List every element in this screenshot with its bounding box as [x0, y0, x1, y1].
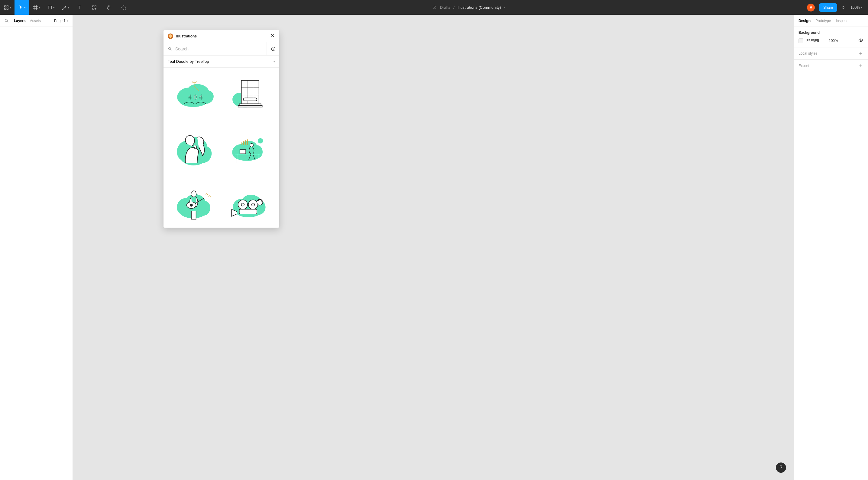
svg-rect-7 — [92, 8, 94, 9]
frame-tool-button[interactable]: ▾ — [29, 0, 43, 15]
illustration-thumb-404-error[interactable]: 4 0 4 — [171, 74, 218, 116]
layers-tab[interactable]: Layers — [14, 19, 26, 23]
svg-rect-4 — [48, 6, 51, 9]
search-icon[interactable] — [4, 19, 9, 23]
help-button[interactable]: ? — [776, 462, 786, 473]
svg-rect-5 — [92, 6, 94, 7]
chevron-down-icon: ▾ — [10, 6, 11, 9]
chevron-down-icon: ▾ — [53, 6, 55, 9]
plugin-title: Illustrations — [176, 34, 197, 38]
plugin-logo-icon — [168, 34, 173, 39]
plus-icon[interactable] — [858, 63, 863, 68]
background-color-hex[interactable]: F5F5F5 — [806, 39, 819, 43]
illustration-thumb-guitar-player[interactable] — [171, 183, 218, 226]
illustration-thumb-couple-kiss[interactable] — [171, 128, 218, 171]
illustration-grid: 4 0 4 — [163, 68, 279, 228]
illustration-thumb-film-projector[interactable] — [225, 183, 272, 226]
pen-tool-button[interactable]: ▾ — [58, 0, 72, 15]
search-icon — [168, 46, 172, 51]
svg-rect-20 — [240, 150, 245, 154]
local-styles-section[interactable]: Local styles — [799, 51, 817, 56]
visibility-toggle[interactable] — [858, 38, 863, 43]
filename[interactable]: Illustrations (Community) — [458, 5, 501, 10]
chevron-down-icon: ▾ — [68, 6, 69, 9]
svg-point-27 — [241, 203, 244, 206]
assets-tab[interactable]: Assets — [30, 19, 41, 23]
chevron-down-icon: ▾ — [39, 6, 40, 9]
close-icon — [270, 33, 275, 38]
svg-point-8 — [434, 6, 435, 7]
svg-rect-2 — [4, 8, 6, 9]
chevron-down-icon: ▾ — [861, 6, 863, 9]
svg-rect-6 — [95, 6, 96, 7]
background-section-title: Background — [799, 31, 863, 35]
chevron-down-icon: ▾ — [67, 19, 68, 22]
left-panel: Layers Assets Page 1 ▾ — [0, 15, 73, 480]
background-color-swatch[interactable] — [799, 38, 803, 43]
svg-point-21 — [250, 144, 253, 147]
plugin-panel: Illustrations Teal Doodle by TreeTop ▾ — [163, 30, 279, 228]
svg-rect-30 — [239, 209, 256, 214]
background-opacity[interactable]: 100% — [829, 39, 838, 43]
shape-tool-button[interactable]: ▾ — [43, 0, 58, 15]
svg-point-24 — [190, 204, 192, 206]
search-input[interactable] — [175, 46, 262, 51]
resources-tool-button[interactable] — [87, 0, 101, 15]
text-tool-button[interactable] — [72, 0, 87, 15]
export-section[interactable]: Export — [799, 64, 809, 68]
svg-rect-0 — [4, 6, 6, 7]
chevron-down-icon[interactable]: ▾ — [504, 6, 506, 9]
design-tab[interactable]: Design — [799, 19, 811, 23]
svg-point-9 — [5, 19, 7, 22]
category-dropdown[interactable]: Teal Doodle by TreeTop ▾ — [163, 56, 279, 68]
svg-rect-17 — [238, 106, 262, 107]
svg-point-19 — [257, 138, 262, 143]
main-menu-button[interactable]: ▾ — [0, 0, 14, 15]
svg-point-29 — [251, 203, 254, 206]
chevron-down-icon: ▾ — [274, 60, 275, 63]
illustration-thumb-working-at-desk[interactable] — [225, 128, 272, 171]
prototype-tab[interactable]: Prototype — [815, 19, 831, 23]
inspect-tab[interactable]: Inspect — [836, 19, 847, 23]
move-tool-button[interactable]: ▾ — [14, 0, 29, 15]
eye-icon — [858, 38, 863, 42]
chevron-down-icon: ▾ — [24, 6, 26, 9]
file-title-area: Drafts / Illustrations (Community) ▾ — [130, 5, 807, 10]
svg-point-12 — [273, 48, 273, 48]
close-button[interactable] — [270, 33, 275, 39]
comment-tool-button[interactable] — [116, 0, 130, 15]
user-icon — [432, 5, 437, 10]
plus-icon[interactable] — [858, 51, 863, 56]
svg-rect-18 — [243, 98, 257, 101]
drafts-link[interactable]: Drafts — [440, 5, 451, 10]
avatar[interactable]: V — [807, 4, 815, 11]
info-icon — [271, 46, 276, 51]
svg-point-10 — [168, 47, 170, 49]
top-toolbar: ▾ ▾ ▾ ▾ ▾ Drafts — [0, 0, 868, 15]
info-button[interactable] — [267, 42, 279, 55]
svg-rect-1 — [7, 6, 8, 7]
present-button[interactable] — [841, 5, 846, 10]
canvas[interactable]: Illustrations Teal Doodle by TreeTop ▾ — [73, 15, 793, 480]
svg-rect-3 — [7, 8, 8, 9]
svg-text:4 0 4: 4 0 4 — [188, 94, 203, 101]
share-button[interactable]: Share — [819, 3, 837, 12]
svg-rect-25 — [191, 211, 196, 219]
zoom-control[interactable]: 100% ▾ — [850, 5, 863, 10]
illustration-thumb-window[interactable] — [225, 74, 272, 116]
page-selector[interactable]: Page 1 ▾ — [54, 19, 68, 23]
hand-tool-button[interactable] — [101, 0, 116, 15]
svg-point-32 — [860, 39, 861, 41]
right-panel: Design Prototype Inspect Background F5F5… — [793, 15, 868, 480]
